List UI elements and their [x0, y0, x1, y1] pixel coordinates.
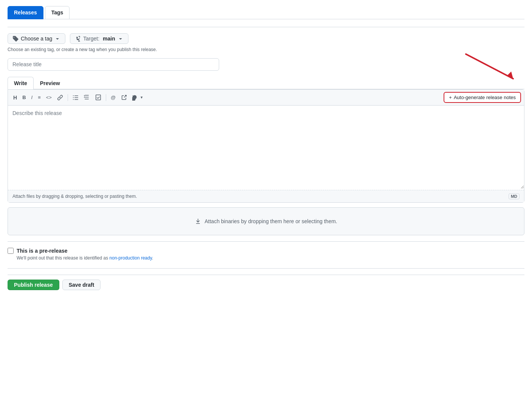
- chevron-down-icon: [54, 36, 60, 42]
- italic-icon: I: [31, 95, 33, 100]
- release-title-input[interactable]: [8, 58, 219, 71]
- prerelease-hint-link[interactable]: non-production ready: [110, 255, 152, 261]
- heading-icon: H: [13, 95, 17, 100]
- code-icon: <>: [46, 95, 52, 100]
- bold-icon: B: [22, 95, 26, 100]
- toolbar-undo-btn[interactable]: [130, 93, 141, 102]
- editor-wrapper: H B I ≡ <>: [8, 89, 524, 203]
- markdown-badge: MD: [509, 193, 520, 199]
- tab-bar: Releases Tags: [8, 6, 524, 19]
- auto-generate-plus-icon: +: [449, 95, 452, 100]
- toolbar-left: H B I ≡ <>: [11, 93, 143, 102]
- save-draft-button[interactable]: Save draft: [62, 280, 101, 290]
- toolbar-divider-2: [106, 94, 106, 101]
- choose-tag-dropdown[interactable]: Choose a tag: [8, 33, 65, 44]
- prerelease-hint-text: We'll point out that this release is ide…: [17, 255, 110, 261]
- toolbar-italic-btn[interactable]: I: [29, 93, 35, 101]
- undo-icon: [132, 95, 138, 101]
- tab-tags[interactable]: Tags: [45, 6, 70, 19]
- prerelease-section: This is a pre-release We'll point out th…: [8, 248, 524, 261]
- tag-icon: [12, 36, 19, 42]
- target-value: main: [103, 36, 115, 42]
- toolbar-quote-btn[interactable]: ≡: [36, 93, 43, 101]
- divider-top: [8, 27, 524, 27]
- tab-preview[interactable]: Preview: [34, 77, 66, 89]
- ul-icon: [73, 95, 79, 101]
- editor-toolbar: H B I ≡ <>: [8, 90, 524, 106]
- binaries-drop-area[interactable]: Attach binaries by dropping them here or…: [8, 207, 524, 235]
- toolbar-task-btn[interactable]: [93, 93, 104, 102]
- svg-line-0: [466, 54, 513, 79]
- prerelease-hint-end: .: [152, 255, 153, 261]
- editor-tabs: Write Preview: [8, 77, 524, 89]
- crossref-icon: [121, 95, 127, 101]
- undo-chevron: ▾: [141, 95, 143, 100]
- toolbar-divider-1: [68, 94, 68, 101]
- toolbar-mention-btn[interactable]: @: [108, 93, 118, 101]
- auto-generate-label: Auto-generate release notes: [454, 95, 516, 100]
- mention-icon: @: [111, 95, 116, 100]
- target-prefix: Target:: [83, 36, 99, 42]
- choose-tag-label: Choose a tag: [21, 36, 52, 42]
- attach-hint-text: Attach files by dragging & dropping, sel…: [12, 194, 137, 199]
- toolbar-heading-btn[interactable]: H: [11, 93, 19, 102]
- toolbar-ul-btn[interactable]: [70, 93, 81, 102]
- toolbar-crossref-btn[interactable]: [119, 93, 129, 102]
- toolbar-bold-btn[interactable]: B: [20, 93, 28, 101]
- prerelease-label-text: This is a pre-release: [17, 248, 68, 254]
- download-arrow-icon: [195, 218, 201, 224]
- controls-row: Choose a tag Target: main: [8, 33, 524, 44]
- auto-generate-btn[interactable]: + Auto-generate release notes: [444, 92, 521, 103]
- divider-middle: [8, 241, 524, 242]
- link-icon: [57, 95, 63, 101]
- ol-icon: [84, 95, 90, 101]
- prerelease-checkbox[interactable]: [8, 248, 14, 254]
- binaries-text: Attach binaries by dropping them here or…: [205, 218, 337, 224]
- branch-icon: [75, 36, 81, 42]
- toolbar-ol-btn[interactable]: [82, 93, 92, 102]
- editor-outer: Write Preview H B I ≡ <>: [8, 77, 524, 203]
- tag-hint-text: Choose an existing tag, or create a new …: [8, 47, 524, 52]
- actions-row: Publish release Save draft: [8, 275, 524, 290]
- quote-icon: ≡: [38, 95, 41, 100]
- editor-footer: Attach files by dragging & dropping, sel…: [8, 190, 524, 202]
- toolbar-link-btn[interactable]: [55, 93, 65, 102]
- markdown-icon: MD: [511, 194, 517, 199]
- divider-bottom: [8, 268, 524, 269]
- release-description-textarea[interactable]: [8, 106, 524, 189]
- prerelease-hint: We'll point out that this release is ide…: [17, 255, 524, 261]
- chevron-down-target-icon: [118, 36, 124, 42]
- publish-release-button[interactable]: Publish release: [8, 280, 59, 290]
- task-icon: [95, 95, 101, 101]
- tab-write[interactable]: Write: [8, 77, 34, 89]
- tab-releases[interactable]: Releases: [8, 6, 43, 19]
- prerelease-label[interactable]: This is a pre-release: [8, 248, 524, 254]
- target-dropdown[interactable]: Target: main: [70, 33, 128, 44]
- toolbar-code-btn[interactable]: <>: [44, 93, 54, 101]
